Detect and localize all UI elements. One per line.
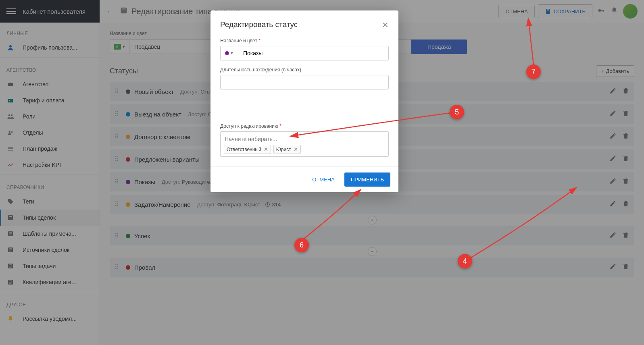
modal-color-select[interactable]: ▼ [220,46,238,60]
access-tag: Юрист✕ [273,145,301,154]
modal-access-tagbox[interactable]: Ответственный✕Юрист✕ [220,131,389,157]
modal-access-label: Доступ к редактированию * [220,123,389,129]
chevron-down-icon: ▼ [230,51,234,55]
annotation-7: 7 [526,64,541,79]
modal-title: Редактировать статус [220,20,298,29]
remove-tag-icon[interactable]: ✕ [294,146,298,152]
modal-duration-label: Длительность нахождения (в часах) [220,67,389,73]
modal-edit-status: Редактировать статус ✕ Название и цвет *… [210,10,398,192]
modal-name-input[interactable] [238,46,389,60]
modal-name-label: Название и цвет * [220,38,389,44]
annotation-5: 5 [450,105,464,119]
annotation-4: 4 [458,254,472,268]
close-icon[interactable]: ✕ [382,20,389,30]
annotation-6: 6 [294,238,309,252]
modal-access-input[interactable] [224,134,385,145]
remove-tag-icon[interactable]: ✕ [264,146,268,152]
modal-cancel-button[interactable]: ОТМЕНА [307,172,340,187]
access-tag: Ответственный✕ [224,145,271,154]
modal-duration-input[interactable] [220,75,389,89]
color-dot-icon [225,51,229,55]
modal-apply-button[interactable]: ПРИМЕНИТЬ [344,172,390,187]
